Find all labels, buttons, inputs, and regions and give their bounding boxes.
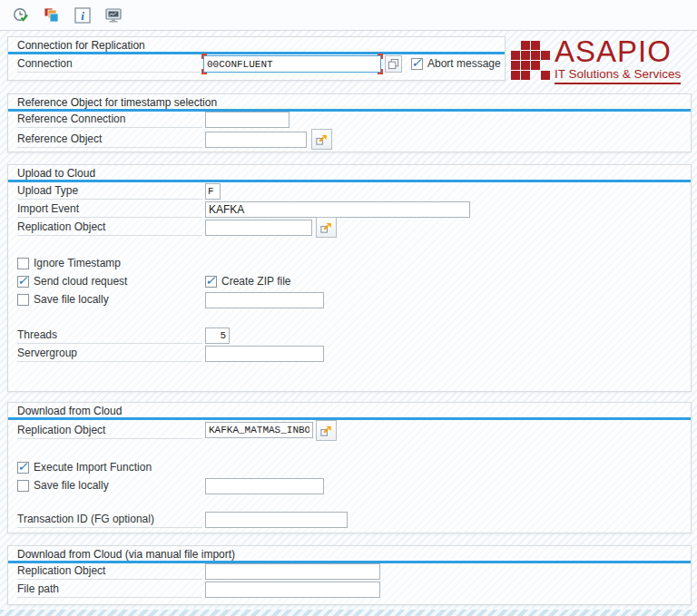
checkbox-box xyxy=(17,462,29,474)
logo-subtitle: IT Solutions & Services xyxy=(555,67,681,81)
reference-connection-input[interactable] xyxy=(205,112,290,128)
checkbox-label: Send cloud request xyxy=(34,275,127,288)
group-title-underline xyxy=(8,109,691,112)
logo-pixel xyxy=(511,41,520,50)
checkbox-label: Save file locally xyxy=(34,479,109,492)
multi-select-arrow-icon xyxy=(319,220,333,234)
logo-pixel xyxy=(521,61,530,70)
group-upload-to-cloud: Upload to Cloud Upload Type Import Event… xyxy=(7,164,692,392)
asapio-logo: ASAPIO IT Solutions & Services xyxy=(511,36,692,89)
servergroup-label: Servergroup xyxy=(17,347,202,362)
replication-object-label: Replication Object xyxy=(17,220,202,236)
download-save-file-path-input[interactable] xyxy=(205,478,324,494)
sap-report-screen: i Connection for Replication Connection xyxy=(0,0,697,616)
multi-select-arrow-icon xyxy=(319,424,333,437)
checkbox-label: Execute Import Function xyxy=(34,461,152,474)
logo-pixel xyxy=(511,51,520,60)
logo-pixel xyxy=(531,61,540,70)
logo-pixel xyxy=(511,61,520,70)
replication-object-label: Replication Object xyxy=(17,564,202,580)
group-title: Upload to Cloud xyxy=(17,167,95,180)
logo-pixel xyxy=(541,61,550,70)
checkbox-label: Abort message xyxy=(427,57,501,70)
reference-object-input[interactable] xyxy=(205,132,307,148)
checkbox-box xyxy=(205,276,217,288)
checkbox-box xyxy=(17,480,29,492)
logo-pixel xyxy=(541,41,550,50)
reference-connection-label: Reference Connection xyxy=(17,112,202,128)
multiple-selection-button[interactable] xyxy=(316,420,337,441)
checkbox-label: Save file locally xyxy=(34,293,109,306)
threads-label: Threads xyxy=(17,328,202,344)
checkbox-label: Ignore Timestamp xyxy=(34,257,121,269)
execute-import-function-checkbox[interactable]: Execute Import Function xyxy=(17,461,152,474)
matchcode-button[interactable] xyxy=(385,55,402,73)
logo-pixel xyxy=(531,51,540,60)
transaction-id-input[interactable] xyxy=(205,512,348,528)
upload-save-file-path-input[interactable] xyxy=(205,292,324,308)
overlapping-squares-icon xyxy=(388,58,399,70)
focus-corner xyxy=(378,69,383,74)
focus-corner xyxy=(201,54,207,59)
file-path-input[interactable] xyxy=(205,582,380,598)
monitor-icon[interactable] xyxy=(103,5,123,25)
multi-select-arrow-icon xyxy=(315,132,329,146)
multiple-selection-button[interactable] xyxy=(316,217,337,238)
group-title: Reference Object for timestamp selection xyxy=(17,96,217,109)
create-zip-file-checkbox[interactable]: Create ZIP file xyxy=(205,275,290,288)
checkbox-box xyxy=(17,294,29,306)
reference-object-label: Reference Object xyxy=(17,132,202,148)
group-title: Connection for Replication xyxy=(17,39,145,52)
asapio-logo-text: ASAPIO IT Solutions & Services xyxy=(555,36,681,84)
focus-corner xyxy=(201,69,207,74)
group-reference-object: Reference Object for timestamp selection… xyxy=(7,93,692,152)
application-toolbar: i xyxy=(0,0,697,31)
transaction-id-label: Transaction ID (FG optional) xyxy=(17,513,202,528)
servergroup-input[interactable] xyxy=(205,346,324,362)
abort-message-checkbox[interactable]: Abort message xyxy=(411,57,501,70)
group-title-underline xyxy=(8,417,691,420)
import-event-label: Import Event xyxy=(17,202,202,218)
variants-icon[interactable] xyxy=(42,5,62,25)
manual-replication-object-input[interactable] xyxy=(205,563,380,580)
svg-text:i: i xyxy=(81,8,84,22)
threads-input[interactable] xyxy=(205,328,230,344)
checkbox-box xyxy=(17,258,29,269)
focus-corner xyxy=(378,54,383,59)
execute-icon[interactable] xyxy=(11,5,31,25)
logo-pixel xyxy=(531,71,540,80)
connection-field-focus xyxy=(201,54,383,74)
upload-type-input[interactable] xyxy=(205,183,221,200)
send-cloud-request-checkbox[interactable]: Send cloud request xyxy=(17,275,127,288)
logo-pixel xyxy=(531,41,540,50)
checkbox-box xyxy=(411,58,423,70)
connection-label: Connection xyxy=(17,57,201,73)
save-file-locally-checkbox[interactable]: Save file locally xyxy=(17,479,109,492)
download-replication-object-input[interactable] xyxy=(205,422,313,438)
info-icon[interactable]: i xyxy=(73,5,93,25)
logo-title: ASAPIO xyxy=(555,36,681,67)
asapio-logo-mark xyxy=(511,41,550,80)
checkbox-label: Create ZIP file xyxy=(221,275,290,288)
group-download-manual-import: Download from Cloud (via manual file imp… xyxy=(7,545,692,605)
checkbox-box xyxy=(17,276,29,288)
import-event-input[interactable] xyxy=(205,201,470,218)
replication-object-label: Replication Object xyxy=(17,424,202,439)
upload-type-label: Upload Type xyxy=(17,184,202,200)
group-download-from-cloud: Download from Cloud Replication Object E… xyxy=(7,402,692,533)
logo-pixel xyxy=(521,41,530,50)
group-title-underline xyxy=(8,180,691,182)
ignore-timestamp-checkbox[interactable]: Ignore Timestamp xyxy=(17,257,121,269)
bottom-status-bar xyxy=(0,610,697,616)
multiple-selection-button[interactable] xyxy=(311,129,332,150)
logo-pixel xyxy=(511,71,520,80)
replication-object-input[interactable] xyxy=(205,220,312,236)
save-file-locally-checkbox[interactable]: Save file locally xyxy=(17,293,109,306)
group-connection-for-replication: Connection for Replication Connection Ab… xyxy=(7,36,506,81)
logo-pixel xyxy=(521,51,530,60)
connection-input[interactable] xyxy=(203,55,381,73)
logo-pixel xyxy=(521,71,530,80)
group-title: Download from Cloud (via manual file imp… xyxy=(17,548,235,561)
logo-pixel xyxy=(541,51,550,60)
group-title: Download from Cloud xyxy=(17,405,122,417)
